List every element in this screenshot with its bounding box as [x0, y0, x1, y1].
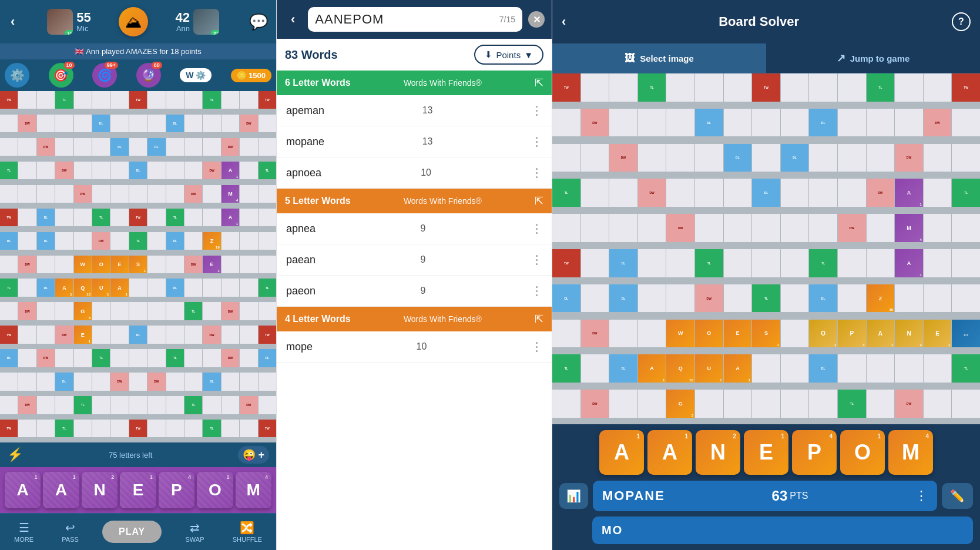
- rack-tile-m[interactable]: 4 M: [236, 472, 271, 508]
- word-more-icon[interactable]: ⋮: [531, 135, 542, 149]
- solver-rack-tile-n[interactable]: 2 N: [696, 430, 740, 475]
- help-label: ?: [958, 16, 964, 27]
- word-suggestion-2[interactable]: MO: [592, 517, 973, 544]
- word-suggestion[interactable]: MOPANE 63 PTS ⋮: [593, 481, 937, 511]
- nav-shuffle-label: SHUFFLE: [233, 536, 262, 543]
- tab-jump-game[interactable]: ↗ Jump to game: [766, 43, 980, 73]
- board-cell-tw: TW: [0, 91, 18, 109]
- words-count: 83 Words: [285, 48, 338, 62]
- player1-score: 55: [76, 11, 90, 24]
- sort-label: Points: [496, 50, 521, 60]
- word-more-icon[interactable]: ⋮: [531, 284, 542, 298]
- search-text: AANEPOM: [315, 12, 384, 27]
- rack-tile-p[interactable]: 4 P: [159, 472, 194, 508]
- powerup-settings[interactable]: ⚙️: [5, 63, 29, 88]
- solver-rack-tile-a1-letter: A: [614, 442, 629, 463]
- powerup-target[interactable]: 🎯 10: [49, 63, 73, 88]
- word-row-pama[interactable]: pama 10 ⋮: [277, 363, 552, 364]
- solver-rack-tile-p[interactable]: 4 P: [792, 430, 837, 475]
- rack-tile-a1[interactable]: 1 A: [5, 472, 41, 508]
- player1-avatar: 19: [47, 9, 73, 35]
- solver-rack-tile-p-letter: P: [807, 442, 821, 463]
- solver-rack: 1 A 1 A 2 N 1 E 4 P 1 O: [559, 430, 973, 475]
- nav-pass[interactable]: ↩ PASS: [57, 518, 83, 545]
- rack-tile-a2[interactable]: 1 A: [43, 472, 79, 508]
- player1-badge: 19: [65, 30, 73, 35]
- nav-swap-label: SWAP: [186, 536, 204, 543]
- tab-select-image-label: Select image: [640, 53, 694, 63]
- word-more-icon[interactable]: ⋮: [531, 253, 542, 267]
- word-more-icon[interactable]: ⋮: [531, 103, 542, 118]
- section-6-game: Words With Friends®: [404, 78, 482, 88]
- section-5-expand-icon[interactable]: ⇱: [535, 194, 543, 207]
- word-row-mope[interactable]: mope 10 ⋮: [277, 331, 552, 363]
- nav-more[interactable]: ☰ MORE: [9, 518, 38, 545]
- coin-amount: 1500: [249, 71, 266, 80]
- powerup-spin[interactable]: 🌀 99+: [92, 63, 117, 88]
- word-row-apnea[interactable]: apnea 9 ⋮: [277, 213, 552, 244]
- tab-select-image[interactable]: 🖼 Select image: [552, 43, 766, 73]
- word-text: mope: [286, 341, 313, 353]
- solver-help-button[interactable]: ?: [952, 12, 971, 31]
- word-badge[interactable]: W ⚙️: [180, 68, 212, 82]
- coins-badge: 🪙 1500: [231, 69, 271, 82]
- nav-shuffle[interactable]: 🔀 SHUFFLE: [228, 518, 267, 545]
- rack-tile-n[interactable]: 2 N: [82, 472, 118, 508]
- play-button[interactable]: PLAY: [102, 521, 162, 543]
- powerup-magic[interactable]: 🔮 60: [136, 63, 161, 88]
- word-points: 13: [422, 105, 433, 116]
- word-row-paeon[interactable]: paeon 9 ⋮: [277, 276, 552, 307]
- words-back-button[interactable]: ‹: [284, 6, 302, 33]
- section-4-game: Words With Friends®: [404, 314, 482, 324]
- chart-button[interactable]: 📊: [559, 483, 588, 509]
- section-6-label: 6 Letter Words: [285, 78, 351, 88]
- solver-rack-tile-e[interactable]: 1 E: [744, 430, 788, 475]
- emoji-add-button[interactable]: 😜 +: [238, 446, 269, 464]
- game-header: ‹ 19 55 Mic ⛰ 42 Ann 23 💬: [0, 0, 276, 43]
- more-icon: ☰: [19, 521, 29, 535]
- back-button[interactable]: ‹: [6, 12, 19, 32]
- solver-rack-tile-o[interactable]: 1 O: [840, 430, 885, 475]
- solver-rack-tile-m-letter: M: [902, 442, 919, 463]
- game-panel: ‹ 19 55 Mic ⛰ 42 Ann 23 💬: [0, 0, 276, 550]
- solver-rack-tile-a1[interactable]: 1 A: [599, 430, 644, 475]
- search-clear-button[interactable]: ✕: [528, 11, 545, 28]
- solver-rack-tile-a2[interactable]: 1 A: [647, 430, 692, 475]
- suggestion-more-icon[interactable]: ⋮: [915, 488, 928, 504]
- powerup-target-count: 10: [64, 62, 75, 69]
- word-row-apeman[interactable]: apeman 13 ⋮: [277, 95, 552, 126]
- rack-tile-o[interactable]: 1 O: [197, 472, 233, 508]
- section-6-header: 6 Letter Words Words With Friends® ⇱: [277, 71, 552, 95]
- word-row-mopane[interactable]: mopane 13 ⋮: [277, 126, 552, 157]
- solver-rack-tile-m[interactable]: 4 M: [888, 430, 933, 475]
- edit-button[interactable]: ✏️: [942, 483, 973, 509]
- word-row-apnoea[interactable]: apnoea 10 ⋮: [277, 157, 552, 189]
- player2-badge: 23: [211, 30, 219, 35]
- word-row-paean[interactable]: paean 9 ⋮: [277, 244, 552, 276]
- section-5-header: 5 Letter Words Words With Friends® ⇱: [277, 189, 552, 213]
- word-more-icon[interactable]: ⋮: [531, 222, 542, 236]
- coin-icon: 🪙: [237, 71, 246, 80]
- solver-back-button[interactable]: ‹: [562, 14, 566, 29]
- solver-rack-tile-n-score: 2: [733, 433, 736, 440]
- search-box[interactable]: AANEPOM 7/15: [308, 7, 522, 32]
- word-more-icon[interactable]: ⋮: [531, 340, 542, 354]
- sort-chevron-icon: ▼: [524, 50, 533, 60]
- word-text: mopane: [286, 136, 324, 148]
- suggested-pts: 63 PTS: [772, 488, 808, 504]
- lightning-button[interactable]: ⚡: [7, 447, 23, 462]
- powerup-spin-count: 99+: [105, 62, 118, 69]
- word-more-icon[interactable]: ⋮: [531, 166, 542, 180]
- chat-icon[interactable]: 💬: [247, 11, 270, 33]
- rack-tile-e[interactable]: 1 E: [120, 472, 156, 508]
- achievement-icon[interactable]: ⛰: [119, 7, 148, 36]
- nav-swap[interactable]: ⇄ SWAP: [181, 518, 209, 545]
- section-6-expand-icon[interactable]: ⇱: [535, 76, 543, 89]
- rack-tile-o-score: 1: [227, 474, 230, 480]
- player2-info: 42 Ann 23: [176, 9, 219, 35]
- solver-suggestion-2: MO: [559, 516, 973, 544]
- sort-button[interactable]: ⬇ Points ▼: [474, 45, 543, 65]
- pass-icon: ↩: [65, 521, 75, 535]
- word-badge-icon: W: [186, 71, 193, 80]
- section-4-expand-icon[interactable]: ⇱: [535, 313, 543, 326]
